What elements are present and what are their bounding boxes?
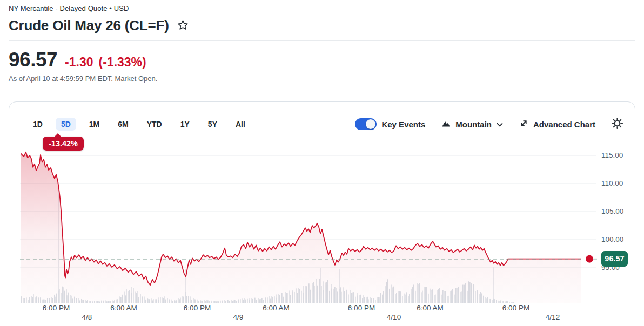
price-chart-card: 1D 5D 1M 6M YTD 1Y 5Y All Key Events Mou… [9,101,635,326]
x-axis-time-label: 6:00 AM [253,304,299,312]
x-axis-date-label: 4/8 [64,313,110,321]
star-icon [177,19,189,33]
price-chart[interactable]: 115.00110.00105.00100.0095.00 6:00 PM6:0… [9,102,635,326]
x-axis-time-label: 6:00 PM [175,304,220,312]
quote-header: NY Mercantile - Delayed Quote • USD Crud… [0,0,644,41]
follow-star-button[interactable] [177,19,189,33]
current-price-badge: 96.57 [601,251,628,267]
as-of-timestamp: As of April 10 at 4:59:59 PM EDT. Market… [0,71,644,83]
price-change-percent: (-1.33%) [99,55,146,70]
x-axis-time-label: 6:00 PM [33,304,79,312]
x-axis-date-label: 4/9 [216,313,261,321]
x-axis-time-label: 6:00 PM [493,304,539,312]
y-axis-label: 110.00 [601,179,629,188]
exchange-line: NY Mercantile - Delayed Quote • USD [9,4,635,12]
x-axis-time-label: 6:00 PM [339,304,384,312]
y-axis-label: 105.00 [601,207,629,216]
x-axis-time-label: 6:00 AM [407,304,453,312]
x-axis-date-label: 4/10 [371,313,417,321]
y-axis-label: 115.00 [601,151,629,160]
x-axis-date-label: 4/12 [530,313,575,321]
price-change: -1.30 [65,55,93,70]
page-title: Crude Oil May 26 (CL=F) [9,17,169,34]
y-axis-label: 100.00 [601,235,629,244]
x-axis-time-label: 6:00 AM [101,304,146,312]
current-price: 96.57 [9,49,57,71]
chart-canvas [9,102,635,326]
